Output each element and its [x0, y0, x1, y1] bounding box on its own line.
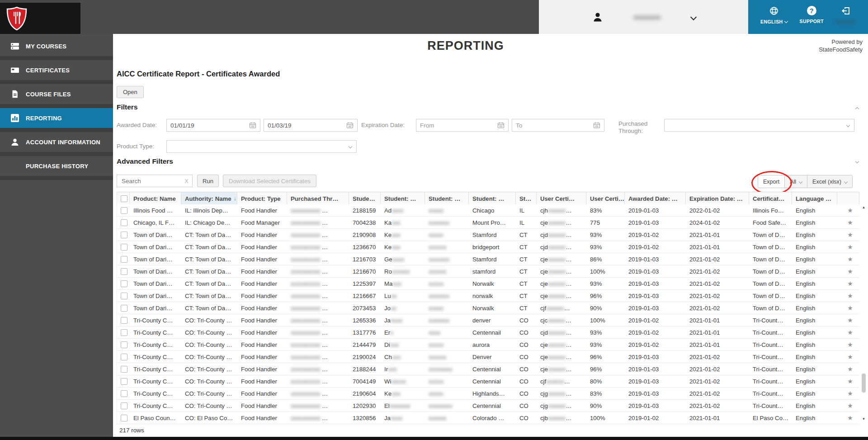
vertical-scrollbar[interactable]: ▲ ▼ [861, 204, 867, 424]
sidebar-item-account-information[interactable]: ACCOUNT INFORMATION [0, 132, 113, 156]
cell-text: Town of D… [753, 268, 785, 275]
col-header-score[interactable]: User Certi… [586, 192, 625, 205]
col-header-expiration[interactable]: Expiration Date: … [686, 192, 749, 205]
sidebar-item-course-files[interactable]: COURSE FILES [0, 84, 113, 108]
row-checkbox[interactable] [121, 402, 127, 409]
awarded-date-to-input[interactable]: 01/03/19 [264, 119, 358, 132]
favorite-star-icon[interactable]: ★ [841, 292, 859, 299]
favorite-star-icon[interactable]: ★ [841, 280, 859, 287]
search-input[interactable] [121, 177, 184, 185]
sidebar-item-purchase-history[interactable]: PURCHASE HISTORY [0, 156, 113, 180]
favorite-star-icon[interactable]: ★ [841, 390, 859, 397]
clear-search-icon[interactable]: X [184, 178, 189, 185]
cell-purchased: xxxxxxxxxx… [287, 278, 349, 289]
calendar-icon[interactable] [593, 122, 600, 129]
favorite-star-icon[interactable]: ★ [841, 341, 859, 348]
favorite-star-icon[interactable]: ★ [841, 378, 859, 385]
favorite-star-icon[interactable]: ★ [841, 207, 859, 214]
sidebar-item-reporting[interactable]: REPORTING [0, 108, 113, 132]
col-header-authority[interactable]: Authority: Name↓ [181, 192, 237, 205]
col-header-language[interactable]: Language … [792, 192, 837, 205]
redacted-text: xxxxx [429, 232, 443, 238]
select-all-checkbox[interactable] [121, 195, 127, 202]
open-button[interactable]: Open [117, 86, 144, 98]
row-checkbox[interactable] [121, 207, 127, 214]
favorite-star-icon[interactable]: ★ [841, 365, 859, 373]
scroll-up-icon[interactable]: ▲ [861, 205, 867, 209]
expand-advanced-filters-icon[interactable] [855, 160, 859, 163]
calendar-icon[interactable] [346, 122, 354, 129]
row-checkbox[interactable] [121, 244, 127, 251]
cell-text: Town of Dari… [133, 305, 172, 312]
brand-logo[interactable] [0, 3, 80, 34]
col-header-first[interactable]: Student: … [381, 192, 425, 205]
calendar-icon[interactable] [249, 122, 256, 129]
row-checkbox[interactable] [121, 366, 127, 373]
sidebar-item-certificates[interactable]: CERTIFICATES [0, 60, 113, 84]
col-header-awarded[interactable]: Awarded Date: … [625, 192, 686, 205]
col-header-last[interactable]: Student: … [425, 192, 469, 205]
language-menu[interactable]: ENGLISH [760, 0, 787, 34]
col-header-type[interactable]: Product: Type [237, 192, 287, 205]
scrollbar-thumb[interactable] [862, 374, 866, 393]
favorite-star-icon[interactable]: ★ [841, 219, 859, 226]
cell-cb [117, 400, 130, 412]
scroll-down-icon[interactable]: ▼ [861, 417, 867, 421]
favorite-star-icon[interactable]: ★ [841, 402, 859, 409]
expiration-date-from-input[interactable]: From [416, 119, 509, 132]
row-checkbox[interactable] [121, 354, 127, 360]
favorite-star-icon[interactable]: ★ [841, 268, 859, 275]
cell-text: CO [519, 390, 528, 397]
sidebar-item-my-courses[interactable]: MY COURSES [0, 36, 113, 60]
export-scope-value: All [790, 179, 796, 185]
col-header-user[interactable]: User Certi… [537, 192, 586, 205]
col-header-purchased[interactable]: Purchased Thr… [287, 192, 349, 205]
cell-first: Dixxx [381, 339, 425, 350]
cell-last: xxxxxx [425, 351, 469, 363]
row-checkbox[interactable] [121, 256, 127, 263]
row-checkbox[interactable] [121, 305, 127, 312]
row-checkbox[interactable] [121, 293, 127, 299]
favorite-star-icon[interactable]: ★ [841, 304, 859, 312]
favorite-star-icon[interactable]: ★ [841, 329, 859, 336]
col-header-product[interactable]: Product: Name [130, 192, 181, 205]
row-checkbox[interactable] [121, 232, 127, 238]
col-header-state[interactable]: St… [516, 192, 537, 205]
export-scope-select[interactable]: All [785, 175, 807, 188]
col-header-certificate[interactable]: Certificat… [749, 192, 792, 205]
row-checkbox[interactable] [121, 390, 127, 397]
row-checkbox[interactable] [121, 317, 127, 324]
export-format-select[interactable]: Excel (xlsx) [807, 175, 852, 188]
purchased-through-select[interactable] [664, 119, 854, 132]
cell-text: 2190908 [353, 232, 376, 238]
collapse-filters-icon[interactable] [855, 107, 859, 111]
favorite-star-icon[interactable]: ★ [841, 243, 859, 251]
cell-text: 2021-01-02 [689, 256, 720, 263]
col-header-star[interactable] [837, 192, 859, 205]
row-checkbox[interactable] [121, 378, 127, 385]
favorite-star-icon[interactable]: ★ [841, 255, 859, 263]
favorite-star-icon[interactable]: ★ [841, 353, 859, 360]
col-header-cb[interactable] [117, 192, 130, 205]
favorite-star-icon[interactable]: ★ [841, 317, 859, 324]
user-menu[interactable]: xxxxxxxx [539, 0, 748, 34]
download-selected-certificates-button[interactable]: Download Selected Certificates [223, 175, 316, 187]
export-button[interactable]: Export [758, 175, 785, 188]
row-checkbox[interactable] [121, 415, 127, 421]
support-link[interactable]: ? SUPPORT [800, 0, 824, 34]
col-header-city[interactable]: Student: … [469, 192, 516, 205]
row-checkbox[interactable] [121, 219, 127, 226]
favorite-star-icon[interactable]: ★ [841, 414, 859, 421]
row-checkbox[interactable] [121, 341, 127, 348]
col-header-studentid[interactable]: Stude… [349, 192, 381, 205]
expiration-date-to-input[interactable]: To [512, 119, 604, 132]
run-button[interactable]: Run [197, 175, 219, 187]
row-checkbox[interactable] [121, 329, 127, 336]
calendar-icon[interactable] [497, 122, 505, 129]
sign-out-link[interactable]: xxxxxxx [836, 0, 856, 34]
row-checkbox[interactable] [121, 268, 127, 275]
favorite-star-icon[interactable]: ★ [841, 231, 859, 238]
row-checkbox[interactable] [121, 280, 127, 287]
awarded-date-from-input[interactable]: 01/01/19 [166, 119, 260, 132]
product-type-select[interactable] [166, 140, 357, 153]
